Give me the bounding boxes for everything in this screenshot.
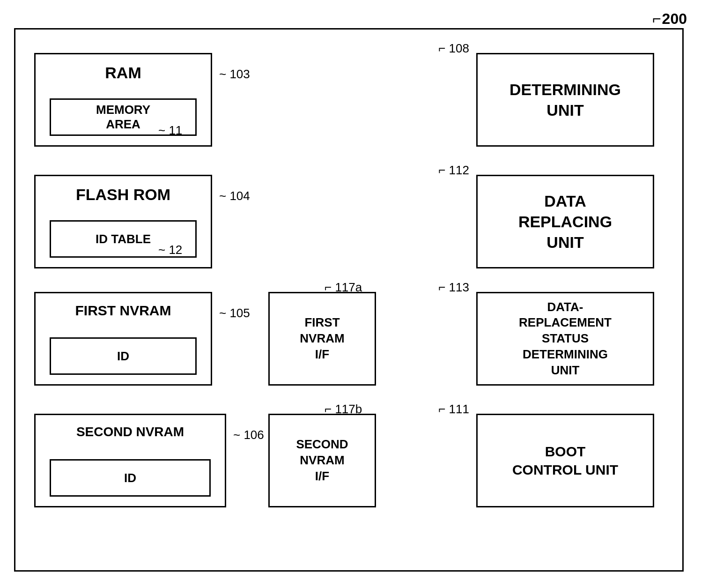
second-nvram-if-label: SECONDNVRAMI/F [296, 437, 348, 484]
outer-box: RAM MEMORYAREA ~ 103 ~ 11 FLASH ROM ID T… [14, 28, 684, 572]
determining-unit-box: DETERMININGUNIT [476, 53, 654, 147]
flash-rom-label: FLASH ROM [36, 186, 211, 204]
id-second-label: ID [124, 471, 136, 485]
data-replacing-unit-label: DATAREPLACINGUNIT [518, 191, 612, 253]
determining-unit-label: DETERMININGUNIT [509, 79, 621, 120]
ref-112: ⌐ 112 [438, 163, 469, 178]
id-first-label: ID [117, 349, 129, 364]
first-nvram-if-box: FIRSTNVRAMI/F [268, 292, 376, 386]
second-nvram-box: SECOND NVRAM ID [34, 414, 226, 507]
boot-control-unit-label: BOOTCONTROL UNIT [512, 442, 618, 479]
ref-106: ~ 106 [233, 428, 264, 442]
second-nvram-if-box: SECONDNVRAMI/F [268, 414, 376, 507]
data-replacement-status-box: DATA-REPLACEMENTSTATUSDETERMININGUNIT [476, 292, 654, 386]
ref-117b: ⌐ 117b [325, 402, 362, 417]
ref-108: ⌐ 108 [438, 41, 469, 56]
ref-113: ⌐ 113 [438, 280, 469, 295]
ref-104: ~ 104 [219, 189, 250, 203]
diagram-ref-200: 200 [652, 10, 687, 28]
ref-11: ~ 11 [158, 123, 182, 138]
ref-105: ~ 105 [219, 306, 250, 320]
ref-103: ~ 103 [219, 67, 250, 82]
id-table-label: ID TABLE [96, 232, 151, 246]
boot-control-unit-box: BOOTCONTROL UNIT [476, 414, 654, 507]
data-replacement-status-label: DATA-REPLACEMENTSTATUSDETERMININGUNIT [519, 299, 612, 379]
data-replacing-unit-box: DATAREPLACINGUNIT [476, 175, 654, 268]
id-second-box: ID [50, 459, 211, 497]
id-first-box: ID [50, 337, 197, 375]
first-nvram-if-label: FIRSTNVRAMI/F [300, 315, 344, 362]
diagram: 200 RAM MEMORYAREA ~ 103 ~ 11 FLASH ROM … [0, 0, 701, 588]
flash-rom-box: FLASH ROM ID TABLE [34, 175, 212, 268]
memory-area-label: MEMORYAREA [96, 103, 150, 132]
ref-12: ~ 12 [158, 243, 182, 257]
ram-box: RAM MEMORYAREA [34, 53, 212, 147]
ram-label: RAM [36, 64, 211, 82]
ref-117a: ⌐ 117a [325, 280, 362, 295]
second-nvram-label: SECOND NVRAM [36, 424, 225, 439]
first-nvram-box: FIRST NVRAM ID [34, 292, 212, 386]
ref-111: ⌐ 111 [438, 402, 469, 417]
first-nvram-label: FIRST NVRAM [36, 303, 211, 319]
